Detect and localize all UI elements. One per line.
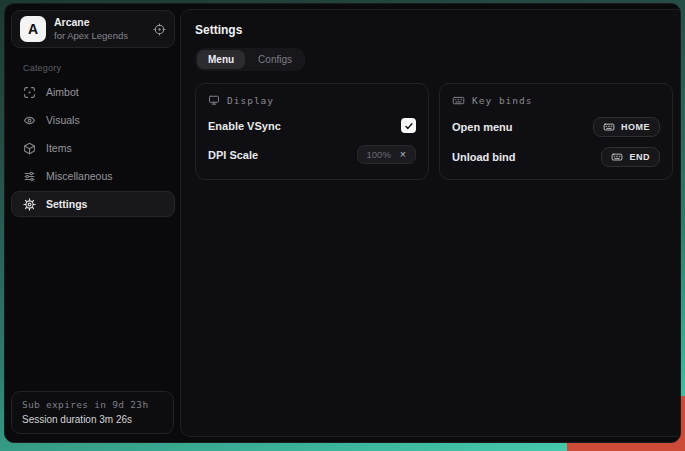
sidebar: A Arcane for Apex Legends Category	[5, 4, 179, 442]
sidebar-item-miscellaneous[interactable]: Miscellaneous	[5, 162, 179, 190]
keyboard-icon	[603, 121, 615, 133]
desktop-background: A Arcane for Apex Legends Category	[0, 0, 685, 451]
clear-icon[interactable]: ×	[400, 149, 406, 160]
keyboard-icon	[452, 94, 465, 107]
dpi-scale-input[interactable]: 100% ×	[357, 145, 416, 164]
sliders-icon	[23, 170, 36, 183]
sidebar-item-label: Miscellaneous	[46, 170, 113, 182]
dpi-value: 100%	[367, 149, 391, 160]
display-card: Display Enable VSync DPI Scale 1	[195, 83, 429, 180]
tab-configs[interactable]: Configs	[247, 50, 303, 69]
sidebar-item-aimbot[interactable]: Aimbot	[5, 78, 179, 106]
open-menu-label: Open menu	[452, 121, 513, 133]
session-duration-text: Session duration 3m 26s	[22, 414, 163, 425]
unload-bind-button[interactable]: END	[601, 147, 660, 167]
open-menu-key: HOME	[621, 122, 650, 132]
monitor-icon	[208, 94, 220, 106]
vsync-label: Enable VSync	[208, 120, 281, 132]
keybinds-card: Key binds Open menu HOME Unload bind	[439, 83, 673, 180]
brand-text: Arcane for Apex Legends	[54, 16, 128, 42]
page-title: Settings	[195, 23, 673, 37]
display-card-title: Display	[227, 95, 274, 106]
display-card-header: Display	[208, 94, 416, 106]
sidebar-nav: Aimbot Visuals	[5, 78, 179, 217]
crosshair-icon	[23, 86, 36, 99]
keybinds-card-header: Key binds	[452, 94, 660, 107]
sub-expiry-text: Sub expires in 9d 23h	[22, 399, 163, 410]
check-icon	[404, 121, 414, 131]
main-panel: Settings Menu Configs Display	[180, 9, 681, 437]
category-label: Category	[23, 63, 179, 73]
unload-bind-key: END	[629, 152, 650, 162]
gear-icon	[23, 198, 36, 211]
sidebar-item-visuals[interactable]: Visuals	[5, 106, 179, 134]
dpi-label: DPI Scale	[208, 149, 258, 161]
unload-bind-label: Unload bind	[452, 151, 516, 163]
target-icon[interactable]	[153, 23, 166, 36]
sidebar-item-label: Aimbot	[46, 86, 79, 98]
cube-icon	[23, 142, 36, 155]
sidebar-item-label: Settings	[46, 198, 87, 210]
settings-cards: Display Enable VSync DPI Scale 1	[195, 83, 673, 180]
open-menu-row: Open menu HOME	[452, 117, 660, 137]
subscription-status-card: Sub expires in 9d 23h Session duration 3…	[11, 391, 174, 434]
tab-bar: Menu Configs	[195, 48, 305, 71]
vsync-checkbox[interactable]	[401, 118, 416, 133]
dpi-row: DPI Scale 100% ×	[208, 145, 416, 164]
app-window: A Arcane for Apex Legends Category	[4, 3, 681, 443]
sidebar-item-label: Items	[46, 142, 72, 154]
sidebar-item-items[interactable]: Items	[5, 134, 179, 162]
app-logo: A	[20, 16, 46, 42]
app-name: Arcane	[54, 16, 128, 30]
tab-menu[interactable]: Menu	[197, 50, 245, 69]
open-menu-bind-button[interactable]: HOME	[593, 117, 660, 137]
unload-bind-row: Unload bind END	[452, 147, 660, 167]
sidebar-item-label: Visuals	[46, 114, 80, 126]
vsync-row: Enable VSync	[208, 116, 416, 135]
eye-icon	[23, 114, 36, 127]
sidebar-item-settings[interactable]: Settings	[11, 191, 175, 217]
keybinds-card-title: Key binds	[472, 95, 532, 106]
brand-card: A Arcane for Apex Legends	[11, 10, 175, 48]
keyboard-icon	[611, 151, 623, 163]
app-subtitle: for Apex Legends	[54, 30, 128, 42]
